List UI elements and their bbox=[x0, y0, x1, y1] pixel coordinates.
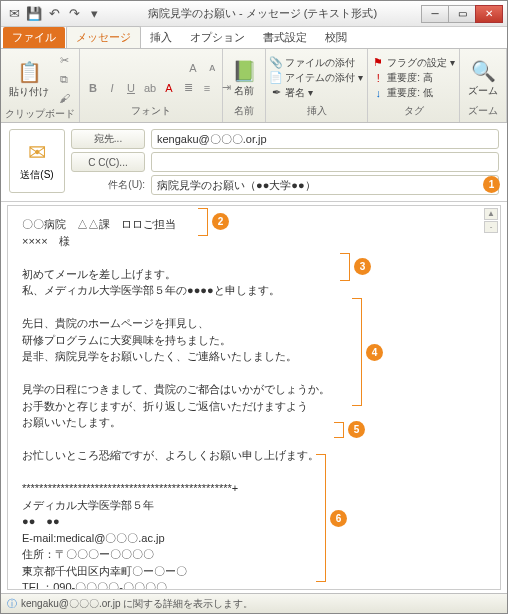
body-line: ×××× 様 bbox=[22, 233, 486, 250]
qat-more-icon[interactable]: ▾ bbox=[85, 5, 103, 23]
signature-button[interactable]: ✒署名 ▾ bbox=[270, 86, 363, 100]
cc-button[interactable]: C C(C)... bbox=[71, 152, 145, 172]
tab-review[interactable]: 校閲 bbox=[316, 27, 356, 48]
app-icon: ✉ bbox=[5, 5, 23, 23]
minimize-button[interactable]: ─ bbox=[421, 5, 449, 23]
redo-icon[interactable]: ↷ bbox=[65, 5, 83, 23]
tab-insert[interactable]: 挿入 bbox=[141, 27, 181, 48]
names-button[interactable]: 📗 名前 bbox=[227, 56, 261, 100]
callout-2: 2 bbox=[212, 213, 229, 230]
status-text: kengaku@〇〇〇.or.jp に関する詳細を表示します。 bbox=[21, 597, 253, 611]
body-line: 初めてメールを差し上げます。 bbox=[22, 266, 486, 283]
scroll-up-icon[interactable]: ▲ bbox=[484, 208, 498, 220]
numbering-icon[interactable]: ≡ bbox=[198, 79, 216, 97]
save-icon[interactable]: 💾 bbox=[25, 5, 43, 23]
signature-icon: ✒ bbox=[270, 87, 282, 99]
group-label-zoom: ズーム bbox=[464, 104, 502, 120]
ribbon: 📋 貼り付け ✂ ⧉ 🖌 クリップボード A ᴀ bbox=[1, 49, 507, 123]
bracket-5 bbox=[334, 422, 344, 438]
callout-5: 5 bbox=[348, 421, 365, 438]
window-title: 病院見学のお願い - メッセージ (テキスト形式) bbox=[103, 6, 422, 21]
importance-low-icon: ↓ bbox=[372, 87, 384, 99]
sig-line: ●● ●● bbox=[22, 513, 486, 530]
importance-low-button[interactable]: ↓重要度: 低 bbox=[372, 86, 455, 100]
to-input[interactable] bbox=[151, 129, 499, 149]
group-label-include: 挿入 bbox=[270, 104, 363, 120]
message-body[interactable]: ▲- 〇〇病院 △△課 ロロご担当 ×××× 様 初めてメールを差し上げます。 … bbox=[7, 205, 501, 590]
paste-icon: 📋 bbox=[16, 59, 42, 85]
tab-options[interactable]: オプション bbox=[181, 27, 254, 48]
sig-line: 東京都千代田区内幸町〇ー〇ー〇 bbox=[22, 563, 486, 580]
scroll-marker: - bbox=[484, 221, 498, 233]
body-line: 私、メディカル大学医学部５年の●●●●と申します。 bbox=[22, 282, 486, 299]
group-label-names: 名前 bbox=[227, 104, 261, 120]
sig-line: メディカル大学医学部５年 bbox=[22, 497, 486, 514]
callout-3: 3 bbox=[354, 258, 371, 275]
sig-line: E-mail:medical@〇〇〇.ac.jp bbox=[22, 530, 486, 547]
font-size-select[interactable] bbox=[155, 59, 183, 77]
bracket-4 bbox=[352, 298, 362, 406]
attach-file-button[interactable]: 📎ファイルの添付 bbox=[270, 56, 363, 70]
importance-high-icon: ! bbox=[372, 72, 384, 84]
titlebar: ✉ 💾 ↶ ↷ ▾ 病院見学のお願い - メッセージ (テキスト形式) ─ ▭ … bbox=[1, 1, 507, 27]
tab-format[interactable]: 書式設定 bbox=[254, 27, 316, 48]
body-line: 是非、病院見学をお願いしたく、ご連絡いたしました。 bbox=[22, 348, 486, 365]
quick-access-toolbar: ✉ 💾 ↶ ↷ ▾ bbox=[5, 5, 103, 23]
bracket-2 bbox=[198, 208, 208, 236]
body-line: お手数かと存じますが、折り返しご返信いただけますよう bbox=[22, 398, 486, 415]
callout-4: 4 bbox=[366, 344, 383, 361]
attach-item-button[interactable]: 📄アイテムの添付 ▾ bbox=[270, 71, 363, 85]
body-line: 〇〇病院 △△課 ロロご担当 bbox=[22, 216, 486, 233]
statusbar: ⓘ kengaku@〇〇〇.or.jp に関する詳細を表示します。 bbox=[1, 593, 507, 613]
copy-icon[interactable]: ⧉ bbox=[55, 70, 73, 88]
callout-1: 1 bbox=[483, 176, 500, 193]
grow-font-icon[interactable]: A bbox=[184, 59, 202, 77]
subject-input[interactable] bbox=[151, 175, 499, 195]
address-book-icon: 📗 bbox=[231, 58, 257, 84]
highlight-icon[interactable]: ab bbox=[141, 79, 159, 97]
group-label-font: フォント bbox=[84, 104, 218, 120]
send-icon: ✉ bbox=[28, 140, 46, 166]
flag-icon: ⚑ bbox=[372, 57, 384, 69]
italic-icon[interactable]: I bbox=[103, 79, 121, 97]
bracket-3 bbox=[340, 253, 350, 281]
info-icon: ⓘ bbox=[7, 597, 17, 611]
bold-icon[interactable]: B bbox=[84, 79, 102, 97]
paperclip-icon: 📎 bbox=[270, 57, 282, 69]
body-line: 先日、貴院のホームページを拝見し、 bbox=[22, 315, 486, 332]
font-family-select[interactable] bbox=[84, 59, 154, 77]
format-painter-icon[interactable]: 🖌 bbox=[55, 89, 73, 107]
message-header: ✉ 送信(S) 宛先... C C(C)... 件名(U): 1 bbox=[1, 123, 507, 202]
cut-icon[interactable]: ✂ bbox=[55, 51, 73, 69]
sig-separator: ****************************************… bbox=[22, 480, 486, 497]
group-label-clipboard: クリップボード bbox=[5, 107, 75, 123]
bullets-icon[interactable]: ≣ bbox=[179, 79, 197, 97]
body-line: 研修プログラムに大変興味を持ちました。 bbox=[22, 332, 486, 349]
to-button[interactable]: 宛先... bbox=[71, 129, 145, 149]
font-color-icon[interactable]: A bbox=[160, 79, 178, 97]
ribbon-tabs: ファイル メッセージ 挿入 オプション 書式設定 校閲 bbox=[1, 27, 507, 49]
paste-button[interactable]: 📋 貼り付け bbox=[5, 57, 53, 101]
group-label-tags: タグ bbox=[372, 104, 455, 120]
body-line: お願いいたします。 bbox=[22, 414, 486, 431]
bracket-6 bbox=[316, 454, 326, 582]
close-button[interactable]: ✕ bbox=[475, 5, 503, 23]
body-line: お忙しいところ恐縮ですが、よろしくお願い申し上げます。 bbox=[22, 447, 486, 464]
underline-icon[interactable]: U bbox=[122, 79, 140, 97]
tab-message[interactable]: メッセージ bbox=[66, 26, 141, 48]
send-button[interactable]: ✉ 送信(S) bbox=[9, 129, 65, 193]
body-line: 見学の日程につきまして、貴院のご都合はいかがでしょうか。 bbox=[22, 381, 486, 398]
cc-input[interactable] bbox=[151, 152, 499, 172]
flag-button[interactable]: ⚑フラグの設定 ▾ bbox=[372, 56, 455, 70]
shrink-font-icon[interactable]: ᴀ bbox=[203, 59, 221, 77]
subject-label: 件名(U): bbox=[71, 178, 145, 192]
zoom-button[interactable]: 🔍 ズーム bbox=[464, 56, 502, 100]
undo-icon[interactable]: ↶ bbox=[45, 5, 63, 23]
sig-line: TEL：090-〇〇〇〇-〇〇〇〇 bbox=[22, 579, 486, 590]
tab-file[interactable]: ファイル bbox=[3, 27, 65, 48]
attach-item-icon: 📄 bbox=[270, 72, 282, 84]
sig-line: 住所：〒〇〇〇ー〇〇〇〇 bbox=[22, 546, 486, 563]
maximize-button[interactable]: ▭ bbox=[448, 5, 476, 23]
zoom-icon: 🔍 bbox=[470, 58, 496, 84]
importance-high-button[interactable]: !重要度: 高 bbox=[372, 71, 455, 85]
